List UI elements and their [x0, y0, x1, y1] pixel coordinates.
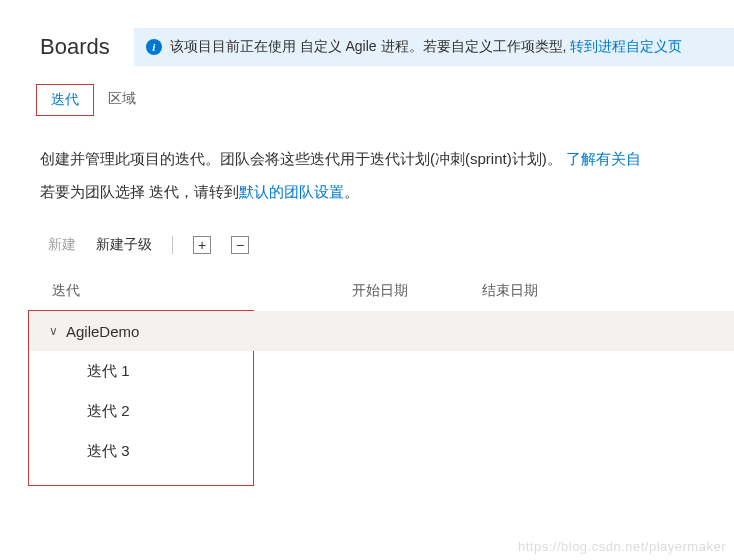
- chevron-down-icon[interactable]: ∨: [49, 324, 58, 338]
- tree-child-label: 迭代 3: [87, 442, 130, 461]
- tree-child-row[interactable]: 迭代 2: [29, 391, 253, 431]
- grid-header: 迭代 开始日期 结束日期: [0, 268, 734, 310]
- new-child-button[interactable]: 新建子级: [96, 236, 152, 254]
- desc-line2b: 。: [344, 183, 359, 200]
- tree-root-row[interactable]: ∨ AgileDemo: [29, 311, 734, 351]
- tree-child-label: 迭代 1: [87, 362, 130, 381]
- default-team-settings-link[interactable]: 默认的团队设置: [239, 183, 344, 200]
- tree-root-label: AgileDemo: [66, 323, 139, 340]
- banner-text: 该项目目前正在使用 自定义 Agile 进程。若要自定义工作项类型, 转到进程自…: [170, 38, 683, 56]
- banner-link[interactable]: 转到进程自定义页: [570, 38, 682, 54]
- description: 创建并管理此项目的迭代。团队会将这些迭代用于迭代计划(冲刺(sprint)计划)…: [0, 116, 734, 208]
- col-header-start: 开始日期: [352, 282, 482, 300]
- desc-line2a: 若要为团队选择 迭代，请转到: [40, 183, 239, 200]
- col-header-iteration: 迭代: [52, 282, 352, 300]
- tree-child-label: 迭代 2: [87, 402, 130, 421]
- learn-more-link[interactable]: 了解有关自: [566, 150, 641, 167]
- expand-all-button[interactable]: +: [193, 236, 211, 254]
- tab-iterations[interactable]: 迭代: [36, 84, 94, 116]
- info-banner: i 该项目目前正在使用 自定义 Agile 进程。若要自定义工作项类型, 转到进…: [134, 28, 734, 66]
- tabs: 迭代 区域: [0, 66, 734, 116]
- tree-child-row[interactable]: 迭代 3: [29, 431, 253, 471]
- page-title: Boards: [40, 34, 110, 60]
- tree-child-row[interactable]: 迭代 1: [29, 351, 253, 391]
- col-header-end: 结束日期: [482, 282, 612, 300]
- tree-highlight-box: ∨ AgileDemo 迭代 1 迭代 2 迭代 3: [28, 310, 254, 486]
- toolbar: 新建 新建子级 + −: [0, 208, 734, 268]
- watermark: https://blog.csdn.net/playermaker: [518, 539, 726, 554]
- banner-text-body: 该项目目前正在使用 自定义 Agile 进程。若要自定义工作项类型,: [170, 38, 571, 54]
- toolbar-divider: [172, 236, 173, 254]
- tab-areas[interactable]: 区域: [94, 84, 150, 116]
- desc-line1: 创建并管理此项目的迭代。团队会将这些迭代用于迭代计划(冲刺(sprint)计划)…: [40, 150, 566, 167]
- iteration-tree: ∨ AgileDemo 迭代 1 迭代 2 迭代 3: [0, 310, 734, 486]
- info-icon: i: [146, 39, 162, 55]
- collapse-all-button[interactable]: −: [231, 236, 249, 254]
- new-button[interactable]: 新建: [48, 236, 76, 254]
